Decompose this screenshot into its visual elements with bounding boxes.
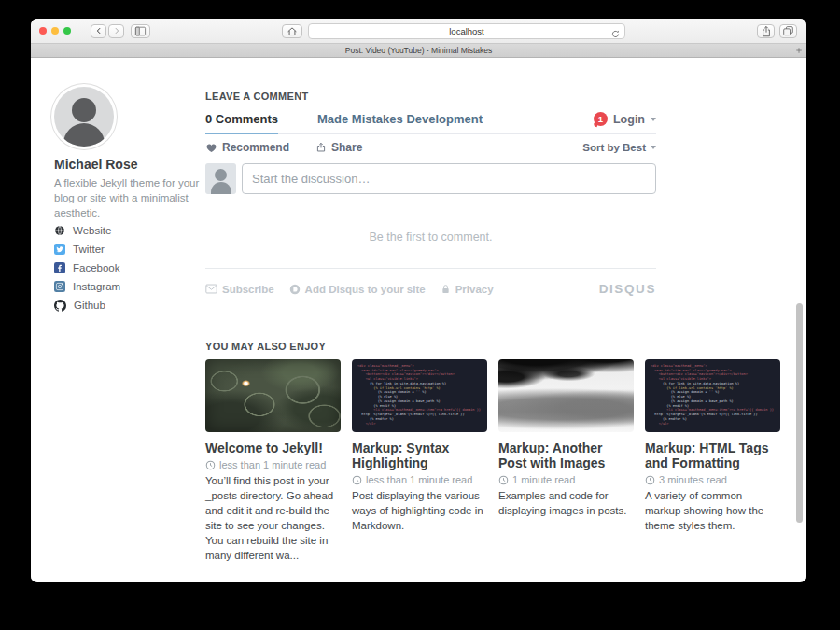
heart-icon <box>205 142 217 154</box>
recommend-label: Recommend <box>222 141 289 154</box>
refresh-button[interactable] <box>610 26 621 43</box>
subscribe-link[interactable]: Subscribe <box>205 284 274 295</box>
sidebar-item-github[interactable]: Github <box>54 296 205 315</box>
url-text: localhost <box>449 26 484 36</box>
card-thumbnail-moss[interactable] <box>205 359 341 432</box>
card-read-time: 3 minutes read <box>645 474 780 485</box>
card-read-time: 1 minute read <box>498 474 634 485</box>
fullscreen-button[interactable] <box>63 27 71 35</box>
envelope-icon <box>205 284 217 294</box>
share-button[interactable] <box>757 24 775 38</box>
sidebar-toggle-button[interactable] <box>131 24 150 38</box>
card-read-time: less than 1 minute read <box>352 474 487 485</box>
card-excerpt: A variety of common markup showing how t… <box>645 489 780 534</box>
disqus-footer: Subscribe Add Disqus to your site Privac… <box>205 282 656 296</box>
home-button[interactable] <box>282 24 302 38</box>
card-excerpt: You’ll find this post in your _posts dir… <box>205 474 341 563</box>
clock-icon <box>498 475 509 485</box>
related-posts-section: YOU MAY ALSO ENJOY Welcome to Jekyll! le… <box>205 342 782 563</box>
link-label: Facebook <box>73 262 120 273</box>
disqus-tabs: 0 Comments Made Mistakes Development 1 L… <box>205 112 656 134</box>
new-tab-button[interactable] <box>791 44 806 57</box>
share-label: Share <box>331 141 362 154</box>
notification-badge[interactable]: 1 <box>594 112 608 126</box>
sidebar-item-facebook[interactable]: Facebook <box>54 259 205 277</box>
disqus-d-icon <box>289 284 301 295</box>
card-title[interactable]: Welcome to Jekyll! <box>205 441 341 455</box>
chevron-down-icon <box>651 146 656 149</box>
card-thumbnail-code[interactable]: <div class="masthead__menu"> <nav id="si… <box>352 359 487 432</box>
card-title[interactable]: Markup: Syntax Highlighting <box>352 441 487 470</box>
card-thumbnail-tree[interactable] <box>498 359 634 432</box>
address-bar[interactable]: localhost <box>308 23 625 39</box>
card-thumbnail-code[interactable]: <div class="masthead__menu"> <nav id="si… <box>645 359 780 432</box>
twitter-icon <box>54 244 65 255</box>
refresh-icon <box>610 29 621 39</box>
card-read-time: less than 1 minute read <box>205 459 341 470</box>
share-arrow-icon <box>315 142 327 153</box>
sidebar-item-twitter[interactable]: Twitter <box>54 240 205 259</box>
login-label: Login <box>613 113 645 126</box>
clock-icon <box>645 475 655 485</box>
github-icon <box>54 300 66 312</box>
sidebar-item-instagram[interactable]: Instagram <box>54 277 205 296</box>
chevron-right-icon <box>112 26 121 35</box>
card-title[interactable]: Markup: Another Post with Images <box>498 441 634 470</box>
login-control[interactable]: 1 Login <box>594 112 656 133</box>
author-bio: A flexible Jekyll theme for your blog or… <box>54 175 205 220</box>
globe-icon <box>54 225 65 236</box>
nav-buttons <box>91 24 124 38</box>
avatar-silhouette <box>72 98 96 122</box>
share-icon <box>761 25 772 37</box>
add-disqus-link[interactable]: Add Disqus to your site <box>289 284 426 295</box>
card-title[interactable]: Markup: HTML Tags and Formatting <box>645 441 780 470</box>
active-tab[interactable]: Post: Video (YouTube) - Minimal Mistakes <box>345 46 492 55</box>
disqus-actions: Recommend Share Sort by Best <box>205 140 656 155</box>
disqus-logo[interactable]: DISQUS <box>599 282 656 296</box>
sidebar-item-website[interactable]: Website <box>54 221 205 240</box>
forward-button[interactable] <box>108 24 124 38</box>
divider <box>205 268 656 269</box>
back-button[interactable] <box>91 24 106 38</box>
author-sidebar: Michael Rose A flexible Jekyll theme for… <box>54 87 205 315</box>
sidebar-icon <box>134 26 147 36</box>
facebook-icon <box>54 262 65 273</box>
browser-toolbar: localhost <box>31 19 806 44</box>
privacy-link[interactable]: Privacy <box>441 284 494 295</box>
tab-comment-count[interactable]: 0 Comments <box>205 112 278 134</box>
page-content: Michael Rose A flexible Jekyll theme for… <box>31 58 806 581</box>
share-thread-button[interactable]: Share <box>315 141 362 154</box>
related-card: Welcome to Jekyll! less than 1 minute re… <box>205 359 341 563</box>
related-card: <div class="masthead__menu"> <nav id="si… <box>352 359 487 563</box>
sort-dropdown[interactable]: Sort by Best <box>582 142 656 153</box>
related-heading: YOU MAY ALSO ENJOY <box>205 342 782 352</box>
home-icon <box>287 26 298 36</box>
related-cards: Welcome to Jekyll! less than 1 minute re… <box>205 359 782 563</box>
tab-overview-button[interactable] <box>779 24 797 38</box>
browser-window: localhost Post: Video (YouTube) - Minima… <box>31 19 806 582</box>
link-label: Website <box>73 225 111 236</box>
comments-heading: LEAVE A COMMENT <box>205 91 656 102</box>
empty-state-message: Be the first to comment. <box>205 231 656 244</box>
card-excerpt: Examples and code for displaying images … <box>498 489 634 519</box>
close-button[interactable] <box>39 27 47 35</box>
chevron-down-icon <box>651 118 656 121</box>
card-excerpt: Post displaying the various ways of high… <box>352 489 487 534</box>
instagram-icon <box>54 281 65 292</box>
tab-bar: Post: Video (YouTube) - Minimal Mistakes <box>31 44 806 58</box>
chevron-left-icon <box>94 26 104 35</box>
lock-icon <box>441 284 451 295</box>
tabs-icon <box>782 25 794 36</box>
sort-label: Sort by Best <box>582 142 646 153</box>
related-card: <div class="masthead__menu"> <nav id="si… <box>645 359 780 563</box>
comment-input[interactable] <box>242 163 656 194</box>
clock-icon <box>352 475 362 485</box>
link-label: Twitter <box>73 244 105 255</box>
scrollbar-thumb[interactable] <box>796 303 803 523</box>
recommend-button[interactable]: Recommend <box>205 141 289 154</box>
tab-community[interactable]: Made Mistakes Development <box>317 112 483 133</box>
link-label: Github <box>74 300 105 311</box>
commenter-avatar <box>205 163 236 194</box>
author-name: Michael Rose <box>54 157 205 172</box>
minimize-button[interactable] <box>51 27 59 35</box>
